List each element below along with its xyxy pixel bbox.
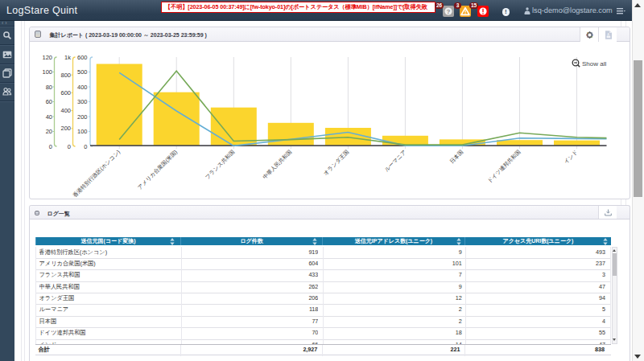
svg-text:60: 60 <box>46 98 52 105</box>
svg-text:日本国: 日本国 <box>448 149 464 165</box>
svg-text:400: 400 <box>77 84 88 91</box>
svg-text:Show all: Show all <box>582 60 606 68</box>
svg-text:0: 0 <box>49 143 52 150</box>
svg-text:120: 120 <box>42 54 52 61</box>
svg-text:600: 600 <box>60 89 71 96</box>
svg-text:0: 0 <box>84 143 87 150</box>
svg-text:80: 80 <box>46 84 52 91</box>
svg-text:?: ? <box>447 8 451 15</box>
svg-text:20: 20 <box>46 128 52 135</box>
svg-text:100: 100 <box>77 128 88 135</box>
svg-text:200: 200 <box>60 125 71 132</box>
svg-text:0: 0 <box>68 143 71 150</box>
svg-text:香港特別行政区(ホンコン): 香港特別行政区(ホンコン) <box>72 149 122 199</box>
svg-text:フランス共和国: フランス共和国 <box>204 149 236 181</box>
svg-text:500: 500 <box>77 68 88 76</box>
svg-text:200: 200 <box>77 113 88 121</box>
svg-text:40: 40 <box>46 113 52 121</box>
svg-text:ドイツ連邦共和国: ドイツ連邦共和国 <box>486 149 522 184</box>
svg-text:1k: 1k <box>64 54 71 61</box>
svg-text:300: 300 <box>77 98 88 105</box>
svg-text:400: 400 <box>60 107 71 114</box>
svg-text:800: 800 <box>60 72 71 79</box>
svg-text:アメリカ合衆国(米国): アメリカ合衆国(米国) <box>137 149 180 191</box>
svg-text:インド: インド <box>563 149 579 165</box>
svg-text:600: 600 <box>77 54 88 61</box>
svg-text:オランダ王国: オランダ王国 <box>322 149 350 177</box>
svg-text:ルーマニア: ルーマニア <box>383 149 407 172</box>
svg-text:100: 100 <box>42 68 52 76</box>
svg-text:中華人民共和国: 中華人民共和国 <box>262 149 293 180</box>
